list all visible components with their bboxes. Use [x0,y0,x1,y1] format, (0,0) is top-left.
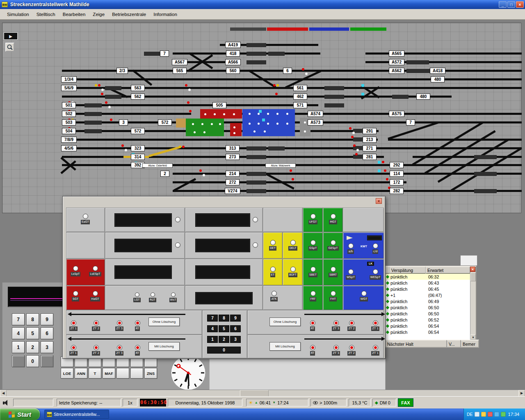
panel-lamp-r-t[interactable] [151,292,155,297]
panel-key-9[interactable]: 9 [230,315,241,322]
schedule-row[interactable]: pünktlich06:54 [386,329,470,335]
panel-lamp-wespt[interactable] [373,269,378,274]
scroll-down-arrow[interactable]: ▼ [470,334,476,340]
desk-key-blank[interactable] [41,355,53,367]
panel-button-ohne-l-schung[interactable]: Ohne Löschung [148,317,180,326]
column-header-verspaetung[interactable]: Verspätung [390,267,426,274]
panel-key-3[interactable]: 3 [230,336,241,343]
panel-lamp-indicator[interactable] [175,242,180,248]
panel-lamp-lsspt[interactable] [73,266,78,271]
desk-key-7[interactable]: 7 [12,313,25,325]
panel-lamp-eagt[interactable] [83,214,88,219]
menu-item-simulation[interactable]: Simulation [3,10,33,18]
tray-icon-1[interactable] [475,412,479,417]
horizontal-scrollbar[interactable]: ◀ ▶ [0,390,525,396]
panel-lamp-zt-2[interactable] [94,345,99,350]
panel-key-7[interactable]: 7 [207,315,218,322]
panel-button-mit-l-schung[interactable]: Mit Löschung [269,342,301,351]
panel-key-8[interactable]: 8 [219,315,229,322]
panel-button-mit-l-schung[interactable]: Mit Löschung [148,342,180,351]
desk-key-6[interactable]: 6 [41,327,53,339]
column-header-v[interactable]: V... [447,340,461,347]
desk-key-8[interactable]: 8 [26,313,39,325]
panel-key-0[interactable]: 0 [207,347,241,354]
column-header-bemerkung[interactable]: Bemer [461,340,479,347]
panel-lamp-zt-2[interactable] [349,345,354,350]
start-button[interactable]: Start [0,409,40,420]
panel-lamp-hagt[interactable] [93,291,98,296]
panel-lamp-indicator[interactable] [253,217,258,222]
panel-lamp-indicator[interactable] [175,217,180,222]
zoom-button[interactable] [5,43,14,52]
tray-icon-5[interactable] [501,412,506,417]
panel-lamp-fht[interactable] [331,291,336,296]
schedule-row[interactable]: pünktlich06:49 [386,298,470,304]
tray-icon-2[interactable] [481,412,486,417]
panel-key-1[interactable]: 1 [207,336,218,343]
panel-lamp-gespt[interactable] [331,240,336,245]
panel-lamp-det[interactable] [270,240,276,245]
panel-lamp-zt-2[interactable] [94,320,99,326]
scroll-right-arrow[interactable]: ▶ [518,390,525,397]
close-button[interactable]: × [516,1,524,8]
panel-key-6[interactable]: 6 [230,325,241,332]
panel-lamp-lsespt[interactable] [93,266,98,271]
panel-lamp-mgt[interactable] [331,214,336,219]
desk-key-ann[interactable]: ANN [75,368,87,379]
panel-lamp-et[interactable] [270,267,276,272]
panel-lamp-frt[interactable] [310,291,316,296]
schedule-row[interactable]: pünktlich06:50 [386,304,470,310]
panel-lamp-rt[interactable] [135,320,140,326]
tray-icon-3[interactable] [488,412,493,417]
desk-key-blank[interactable] [130,368,143,379]
tray-icon-4[interactable] [494,412,499,417]
panel-lamp-a-b[interactable] [348,243,354,249]
panel-lamp-gspt[interactable] [310,240,316,245]
desk-key-1[interactable]: 1 [12,341,25,353]
desk-key-zns[interactable]: ZNS [144,368,157,379]
desk-key-maf[interactable]: MAF [103,368,115,379]
schedule-row[interactable]: pünktlich06:52 [386,317,470,323]
desk-key-blank[interactable] [116,368,129,379]
schedule-row[interactable]: pünktlich06:50 [386,310,470,317]
maximize-button[interactable]: □ [507,1,515,8]
panel-lamp-zt-3[interactable] [117,345,122,350]
desk-key-4[interactable]: 4 [12,327,25,339]
panel-lamp-sbrt[interactable] [331,267,336,272]
panel-lamp-zt-1[interactable] [71,320,76,326]
panel-lamp-zt-3[interactable] [333,320,339,326]
panel-lamp-wst[interactable] [171,292,176,297]
desk-key-loe[interactable]: LOE [61,368,73,379]
dialog-close-button[interactable]: × [376,198,382,204]
desk-key-blank[interactable] [12,355,25,367]
panel-lamp-delt[interactable] [290,240,296,245]
panel-lamp-wspt[interactable] [348,269,354,274]
panel-lamp-zt-1[interactable] [373,320,378,326]
panel-lamp-zt-1[interactable] [71,345,76,350]
panel-lamp-rt[interactable] [310,345,315,350]
panel-key-2[interactable]: 2 [219,336,229,343]
panel-lamp-wgt[interactable] [361,291,367,296]
desk-key-2[interactable]: 2 [26,341,39,353]
fax-indicator[interactable]: FAX [398,398,413,407]
panel-key-5[interactable]: 5 [219,325,229,332]
panel-lamp-c-d[interactable] [373,243,378,249]
panel-lamp-zt-3[interactable] [117,320,122,326]
desk-key-5[interactable]: 5 [26,327,39,339]
menu-item-bearbeiten[interactable]: Bearbeiten [59,10,89,18]
panel-lamp-rt[interactable] [310,320,315,326]
panel-lamp-b-ft[interactable] [290,267,296,272]
panel-lamp-ufgt[interactable] [310,214,316,219]
panel-lamp-sbet[interactable] [310,267,316,272]
minimize-button[interactable]: _ [499,1,507,8]
panel-lamp-zt-1[interactable] [373,345,378,350]
desk-key-9[interactable]: 9 [41,313,53,325]
menu-item-information[interactable]: Information [150,10,181,18]
schedule-row[interactable]: pünktlich06:45 [386,286,470,292]
schedule-row[interactable]: +1(06:47) [386,292,470,298]
panel-lamp-lgt[interactable] [135,292,139,297]
panel-lamp-sgt[interactable] [73,291,78,296]
scroll-left-arrow[interactable]: ◀ [0,390,7,397]
desk-key-0[interactable]: 0 [26,355,39,367]
track-diagram[interactable]: A4194187A565A566A567A5722/35655606A562A4… [2,23,521,213]
